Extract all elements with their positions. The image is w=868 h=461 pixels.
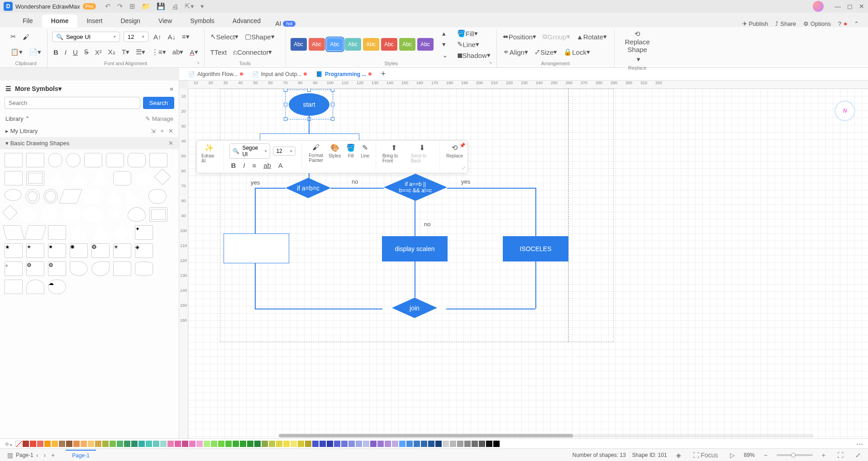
shape-item[interactable] (84, 207, 102, 222)
grow-font-icon[interactable]: A↑ (152, 32, 163, 42)
tab-ai[interactable]: AIhot (275, 20, 296, 27)
shape-item[interactable]: ❂ (91, 243, 110, 258)
undo-icon[interactable]: ↶ (105, 2, 111, 10)
color-swatch[interactable] (175, 441, 181, 447)
color-swatch[interactable] (124, 441, 130, 447)
search-input[interactable] (5, 97, 140, 109)
color-swatch[interactable] (363, 441, 369, 447)
shape-item[interactable] (91, 225, 110, 240)
minimize-icon[interactable]: — (835, 3, 841, 10)
color-swatch[interactable] (501, 441, 507, 447)
shape-item[interactable] (135, 171, 153, 185)
color-swatch[interactable] (348, 441, 355, 447)
style-gallery-more-icon[interactable]: ⌄ (441, 50, 449, 60)
shape-item[interactable] (48, 153, 62, 167)
color-swatch[interactable] (167, 441, 174, 447)
edraw-ai-button[interactable]: ✨Edraw AI (201, 143, 217, 170)
color-swatch[interactable] (233, 441, 239, 447)
color-swatch[interactable] (247, 441, 253, 447)
tab-symbols[interactable]: Symbols (181, 14, 224, 27)
color-swatch[interactable] (240, 441, 246, 447)
style-chip[interactable]: Abc (417, 38, 434, 51)
prev-page-icon[interactable]: ‹ (33, 451, 41, 459)
shape-item[interactable] (83, 189, 101, 204)
color-swatch[interactable] (225, 441, 232, 447)
color-swatch[interactable] (341, 441, 348, 447)
color-swatch[interactable] (392, 441, 398, 447)
color-swatch[interactable] (131, 441, 138, 447)
shape-item[interactable] (26, 171, 44, 185)
share-button[interactable]: ⤴ Share (775, 20, 796, 27)
float-bring-front[interactable]: ⬆Bring to Front (382, 143, 405, 170)
color-swatch[interactable] (276, 441, 282, 447)
shape-item[interactable]: ⚙ (26, 261, 44, 276)
layers-icon[interactable]: ◈ (673, 451, 684, 459)
mylib-add-icon[interactable]: + (160, 128, 164, 134)
shape-item[interactable] (3, 225, 25, 240)
user-avatar[interactable] (813, 1, 824, 12)
connector-line[interactable] (415, 201, 415, 240)
shape-item[interactable]: ★ (5, 243, 23, 258)
style-chip[interactable]: Abc (381, 38, 397, 51)
position-button[interactable]: ⬌ Position▾ (501, 32, 538, 42)
connector-line[interactable] (447, 188, 535, 189)
color-swatch[interactable] (211, 441, 217, 447)
mylib-close-icon[interactable]: ✕ (168, 128, 173, 134)
font-color-icon[interactable]: A▾ (189, 47, 200, 57)
shape-item[interactable] (5, 189, 22, 201)
shape-item[interactable] (5, 280, 23, 294)
shape-item[interactable] (91, 261, 110, 276)
section-close-icon[interactable]: ✕ (168, 140, 173, 147)
shape-item[interactable]: ⚙ (48, 261, 66, 276)
toolbar-pin-icon[interactable]: 📌 (459, 143, 466, 148)
color-swatch[interactable] (37, 441, 43, 447)
shape-item[interactable] (154, 169, 171, 185)
connector-line[interactable] (415, 261, 415, 298)
search-button[interactable]: Search (143, 97, 174, 109)
float-font-select[interactable]: 🔍Segoe UI▾ (229, 143, 270, 159)
connector-tool-button[interactable]: ⎌ Connector ▾ (232, 47, 273, 57)
color-swatch[interactable] (370, 441, 377, 447)
float-format-painter[interactable]: 🖌Format Painter (309, 143, 323, 170)
collapse-ribbon-icon[interactable]: ⌃ (854, 20, 859, 27)
float-styles[interactable]: 🎨Styles (329, 143, 341, 170)
doc-tab-0[interactable]: 📄Algorithm Flow... (184, 69, 248, 79)
shape-item[interactable] (62, 207, 81, 222)
color-swatch[interactable] (254, 441, 261, 447)
replace-shape-button[interactable]: ⟲Replace Shape (624, 29, 651, 54)
color-swatch[interactable] (298, 441, 304, 447)
color-swatch[interactable] (327, 441, 333, 447)
shape-item[interactable]: ✶ (26, 243, 44, 258)
shape-item[interactable] (5, 153, 23, 167)
shape-item[interactable] (25, 189, 40, 204)
color-swatch[interactable] (356, 441, 362, 447)
shape-item[interactable] (26, 280, 44, 294)
color-swatch[interactable] (450, 441, 456, 447)
shape-item[interactable]: ⬨ (5, 261, 23, 276)
float-italic-icon[interactable]: I (242, 161, 246, 170)
maximize-icon[interactable]: ◻ (847, 3, 853, 10)
color-swatch[interactable] (204, 441, 210, 447)
shape-item[interactable] (106, 207, 124, 222)
lock-button[interactable]: 🔒 Lock▾ (562, 47, 591, 57)
tab-file[interactable]: File (14, 14, 42, 27)
bold-icon[interactable]: B (52, 48, 60, 57)
connector-line[interactable] (331, 188, 384, 189)
no-color-swatch[interactable] (15, 441, 22, 447)
color-swatch[interactable] (399, 441, 405, 447)
color-swatch[interactable] (95, 441, 101, 447)
eyedropper-icon[interactable]: ⟐▾ (4, 439, 14, 448)
library-section[interactable]: Library ⌃ (5, 115, 30, 122)
color-swatch[interactable] (457, 441, 463, 447)
shape-item[interactable] (66, 153, 81, 167)
font-launcher-icon[interactable]: ↘ (196, 60, 200, 65)
zoom-in-icon[interactable]: + (819, 451, 828, 459)
shape-item[interactable] (128, 153, 146, 167)
tab-insert[interactable]: Insert (77, 14, 111, 27)
style-chip[interactable]: Abc (345, 38, 361, 51)
color-swatch[interactable] (486, 441, 492, 447)
color-swatch[interactable] (305, 441, 311, 447)
float-textdir-icon[interactable]: ab (262, 161, 272, 170)
color-swatch[interactable] (88, 441, 94, 447)
shape-process-empty-2[interactable] (224, 233, 289, 263)
